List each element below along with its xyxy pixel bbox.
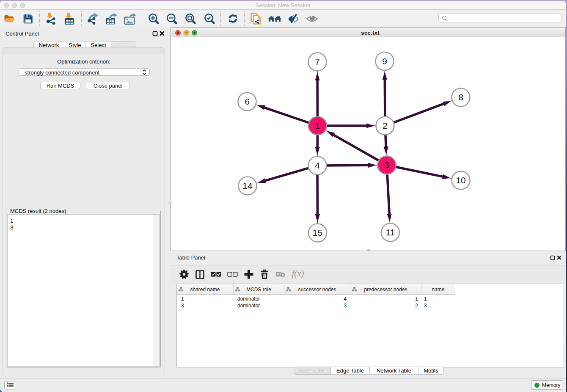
svg-text:14: 14 — [242, 181, 253, 190]
svg-text:4: 4 — [315, 160, 320, 170]
svg-text:7: 7 — [315, 57, 320, 66]
svg-text:3: 3 — [384, 160, 389, 170]
svg-text:6: 6 — [245, 97, 250, 106]
svg-text:9: 9 — [382, 56, 387, 66]
svg-text:11: 11 — [386, 227, 395, 237]
svg-text:8: 8 — [458, 92, 463, 102]
svg-text:15: 15 — [313, 228, 322, 237]
svg-text:1: 1 — [315, 121, 320, 130]
svg-text:2: 2 — [383, 121, 388, 130]
svg-text:10: 10 — [456, 175, 465, 185]
